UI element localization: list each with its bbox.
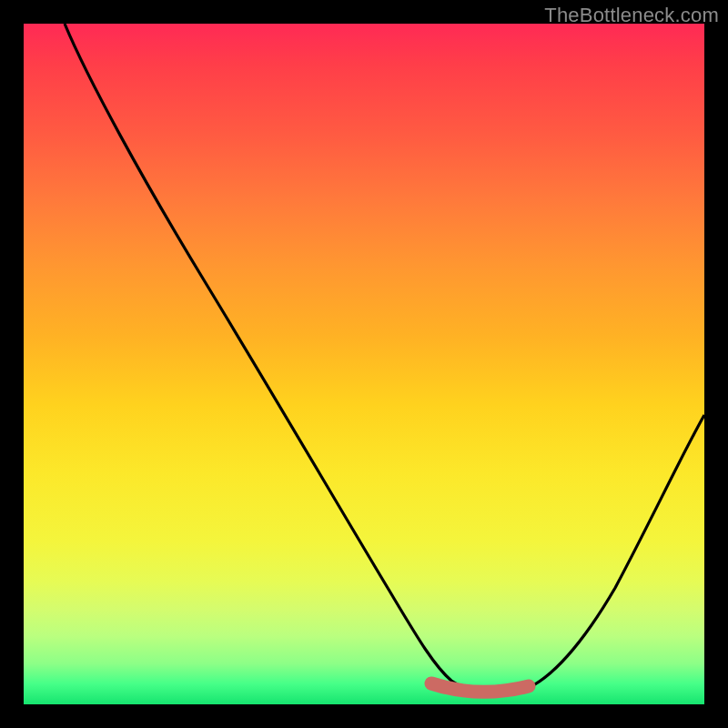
optimal-range-marker (431, 683, 529, 692)
chart-frame: TheBottleneck.com (0, 0, 728, 728)
bottleneck-curve (24, 24, 704, 704)
plot-area (24, 24, 704, 704)
curve-path (65, 24, 704, 693)
watermark-text: TheBottleneck.com (544, 4, 719, 27)
